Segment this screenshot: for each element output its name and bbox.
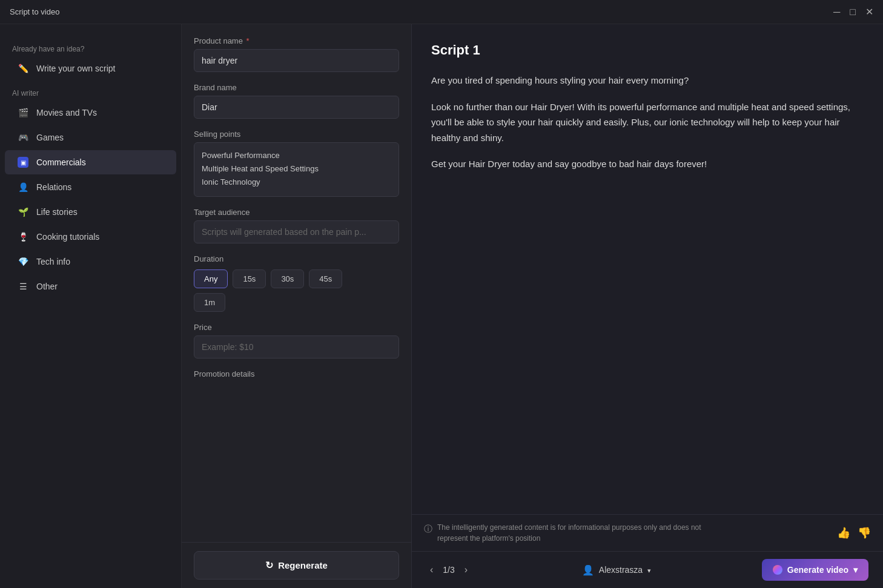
sidebar-label-movies: Movies and TVs [36,108,97,117]
minimize-button[interactable]: ─ [833,7,840,17]
user-selector[interactable]: 👤 Alexstrasza [576,561,657,580]
info-icon: ⓘ [424,523,432,535]
regenerate-button[interactable]: ↻ Regenerate [194,551,399,580]
app-layout: Already have an idea? ✏️ Write your own … [0,24,883,588]
price-input[interactable] [194,335,399,358]
next-script-button[interactable]: › [461,562,471,578]
generate-chevron-icon: ▾ [853,565,858,575]
sidebar-section-ai: AI writer [0,85,181,100]
target-audience-input[interactable] [194,220,399,243]
tech-icon: 💎 [17,256,29,268]
sidebar-item-life-stories[interactable]: 🌱 Life stories [5,200,176,224]
sidebar-item-cooking-tutorials[interactable]: 🍷 Cooking tutorials [5,225,176,249]
script-paragraph-3: Get your Hair Dryer today and say goodby… [431,156,864,172]
sidebar-item-other[interactable]: ☰ Other [5,274,176,299]
sidebar-section-idea: Already have an idea? [0,41,181,56]
app-title: Script to video [10,7,59,16]
sidebar-label-commercials: Commercials [36,157,86,167]
brand-name-field: Brand name [194,83,399,119]
sidebar: Already have an idea? ✏️ Write your own … [0,24,182,588]
script-footer-info: ⓘ The intelligently generated content is… [412,514,883,551]
product-name-field: Product name * [194,36,399,72]
script-panel: Script 1 Are you tired of spending hours… [412,24,883,588]
duration-any[interactable]: Any [194,269,228,288]
sidebar-label-cooking: Cooking tutorials [36,232,99,242]
duration-15s[interactable]: 15s [233,269,266,288]
sidebar-label-relations: Relations [36,182,71,192]
sidebar-item-tech-info[interactable]: 💎 Tech info [5,249,176,274]
promotion-details-label: Promotion details [194,369,399,378]
selling-point-1: Powerful Performance [202,149,391,162]
feedback-buttons: 👍 👎 [837,526,871,540]
required-indicator: * [244,36,250,45]
sidebar-item-commercials[interactable]: ▣ Commercials [5,150,176,174]
script-nav-bar: ‹ 1/3 › 👤 Alexstrasza Generate video ▾ [412,551,883,588]
target-audience-field: Target audience [194,208,399,243]
footer-info-text: ⓘ The intelligently generated content is… [424,522,703,544]
pencil-icon: ✏️ [17,62,29,74]
script-content: Script 1 Are you tired of spending hours… [412,24,883,514]
sidebar-item-write-own-script[interactable]: ✏️ Write your own script [5,56,176,81]
form-panel: Product name * Brand name Selling points… [182,24,412,588]
sidebar-label-life-stories: Life stories [36,207,78,217]
duration-45s[interactable]: 45s [309,269,342,288]
form-bottom: ↻ Regenerate [182,542,411,588]
product-name-input[interactable] [194,49,399,72]
script-paragraph-2: Look no further than our Hair Dryer! Wit… [431,99,864,146]
sidebar-label-tech: Tech info [36,257,70,266]
brand-name-label: Brand name [194,83,399,92]
brand-name-input[interactable] [194,96,399,119]
game-icon: 🎮 [17,131,29,144]
user-name: Alexstrasza [599,565,643,575]
sidebar-label-other: Other [36,282,58,291]
script-body: Are you tired of spending hours styling … [431,73,864,172]
product-name-label: Product name * [194,36,399,45]
form-scrollable: Product name * Brand name Selling points… [182,24,411,542]
footer-info-content: The intelligently generated content is f… [437,522,703,544]
duration-options-row2: 1m [194,293,399,312]
generate-btn-label: Generate video [787,565,848,575]
thumbs-up-button[interactable]: 👍 [837,526,850,540]
duration-label: Duration [194,254,399,263]
window-controls: ─ □ ✕ [833,7,873,17]
main-content: Product name * Brand name Selling points… [182,24,883,588]
life-icon: 🌱 [17,206,29,218]
titlebar: Script to video ─ □ ✕ [0,0,883,24]
maximize-button[interactable]: □ [850,7,856,17]
chevron-down-icon [647,565,651,575]
duration-1m[interactable]: 1m [194,293,225,312]
script-title: Script 1 [431,42,864,58]
selling-points-field: Selling points Powerful Performance Mult… [194,130,399,197]
sidebar-item-movies-and-tvs[interactable]: 🎬 Movies and TVs [5,101,176,125]
script-paragraph-1: Are you tired of spending hours styling … [431,73,864,88]
price-field: Price [194,323,399,358]
regenerate-label: Regenerate [278,560,328,570]
user-icon: 👤 [582,564,594,576]
duration-field: Duration Any 15s 30s 45s 1m [194,254,399,312]
sidebar-item-games[interactable]: 🎮 Games [5,125,176,150]
film-icon: 🎬 [17,107,29,119]
gradient-icon [773,565,782,575]
relations-icon: 👤 [17,181,29,193]
price-label: Price [194,323,399,332]
promotion-details-field: Promotion details [194,369,399,378]
sidebar-label-write-own-script: Write your own script [36,64,115,73]
sidebar-item-relations[interactable]: 👤 Relations [5,175,176,199]
commercials-icon: ▣ [17,156,29,168]
pagination: ‹ 1/3 › [426,562,471,578]
sidebar-label-games: Games [36,133,64,142]
selling-points-label: Selling points [194,130,399,139]
generate-video-button[interactable]: Generate video ▾ [762,559,868,581]
selling-points-box[interactable]: Powerful Performance Multiple Heat and S… [194,142,399,197]
regenerate-icon: ↻ [265,560,273,571]
other-icon: ☰ [17,280,29,292]
cooking-icon: 🍷 [17,231,29,243]
target-audience-label: Target audience [194,208,399,217]
duration-30s[interactable]: 30s [271,269,304,288]
prev-script-button[interactable]: ‹ [426,562,437,578]
pagination-text: 1/3 [443,565,454,575]
selling-point-3: Ionic Technology [202,176,391,189]
close-button[interactable]: ✕ [865,7,873,17]
selling-point-2: Multiple Heat and Speed Settings [202,162,391,176]
thumbs-down-button[interactable]: 👎 [858,526,871,540]
